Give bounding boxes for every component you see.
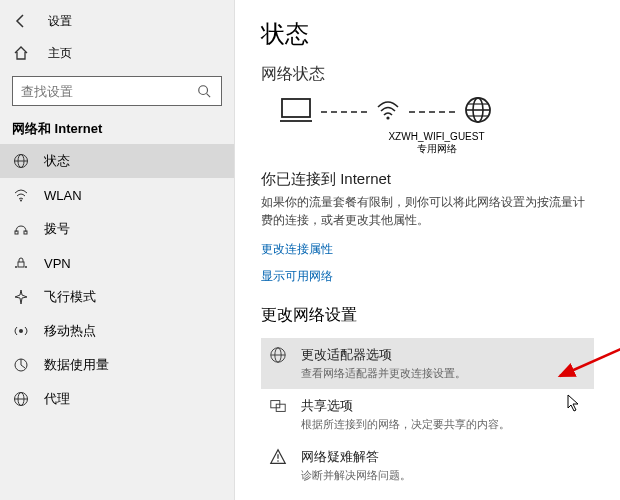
nav-label: 代理 bbox=[44, 390, 70, 408]
wifi-icon bbox=[12, 186, 30, 204]
connected-text: 如果你的流量套餐有限制，则你可以将此网络设置为按流量计费的连接，或者更改其他属性… bbox=[261, 193, 594, 229]
option-sub: 根据所连接到的网络，决定要共享的内容。 bbox=[301, 417, 510, 432]
wifi-diagram-icon bbox=[375, 97, 401, 127]
svg-rect-16 bbox=[282, 99, 310, 117]
svg-point-11 bbox=[19, 329, 23, 333]
sidebar: 设置 主页 网络和 Internet 状态 WLAN 拨号 VPN 飞行模式 移… bbox=[0, 0, 235, 500]
page-title: 状态 bbox=[261, 18, 594, 50]
svg-point-10 bbox=[25, 266, 27, 268]
svg-point-30 bbox=[277, 460, 279, 462]
svg-rect-8 bbox=[18, 262, 24, 267]
nav-label: VPN bbox=[44, 256, 71, 271]
nav-label: 状态 bbox=[44, 152, 70, 170]
network-diagram bbox=[279, 95, 594, 129]
svg-point-9 bbox=[15, 266, 17, 268]
nav-dialup[interactable]: 拨号 bbox=[0, 212, 234, 246]
svg-point-0 bbox=[199, 86, 208, 95]
globe-diagram-icon bbox=[463, 95, 493, 129]
nav-label: 移动热点 bbox=[44, 322, 96, 340]
svg-point-18 bbox=[386, 116, 389, 119]
wifi-type: 专用网络 bbox=[279, 142, 594, 156]
nav-hotspot[interactable]: 移动热点 bbox=[0, 314, 234, 348]
home-icon bbox=[12, 44, 30, 62]
option-sub: 查看网络适配器并更改连接设置。 bbox=[301, 366, 466, 381]
vpn-icon bbox=[12, 254, 30, 272]
globe-icon bbox=[12, 152, 30, 170]
dialup-icon bbox=[12, 220, 30, 238]
data-icon bbox=[12, 356, 30, 374]
nav-airplane[interactable]: 飞行模式 bbox=[0, 280, 234, 314]
nav-vpn[interactable]: VPN bbox=[0, 246, 234, 280]
connected-heading: 你已连接到 Internet bbox=[261, 170, 594, 189]
net-status-heading: 网络状态 bbox=[261, 64, 594, 85]
back-icon bbox=[12, 12, 30, 30]
option-adapter[interactable]: 更改适配器选项 查看网络适配器并更改连接设置。 bbox=[261, 338, 594, 389]
network-label: XZWH_WIFI_GUEST 专用网络 bbox=[279, 131, 594, 156]
nav-proxy[interactable]: 代理 bbox=[0, 382, 234, 416]
nav-label: 数据使用量 bbox=[44, 356, 109, 374]
section-title: 网络和 Internet bbox=[0, 116, 234, 144]
main-panel: 状态 网络状态 XZWH_WIFI_GUEST 专用网络 你已连接到 Inter… bbox=[235, 0, 620, 500]
home-row[interactable]: 主页 bbox=[0, 34, 234, 72]
option-title: 网络疑难解答 bbox=[301, 448, 411, 466]
nav-label: 拨号 bbox=[44, 220, 70, 238]
svg-point-5 bbox=[20, 200, 22, 202]
option-sub: 诊断并解决网络问题。 bbox=[301, 468, 411, 483]
option-title: 共享选项 bbox=[301, 397, 510, 415]
troubleshoot-icon bbox=[269, 448, 287, 466]
wifi-name: XZWH_WIFI_GUEST bbox=[279, 131, 594, 142]
search-box[interactable] bbox=[12, 76, 222, 106]
home-label: 主页 bbox=[48, 45, 72, 62]
nav-label: 飞行模式 bbox=[44, 288, 96, 306]
change-net-heading: 更改网络设置 bbox=[261, 305, 594, 326]
svg-rect-6 bbox=[15, 231, 18, 234]
nav-wlan[interactable]: WLAN bbox=[0, 178, 234, 212]
nav-label: WLAN bbox=[44, 188, 82, 203]
option-sharing[interactable]: 共享选项 根据所连接到的网络，决定要共享的内容。 bbox=[261, 389, 594, 440]
search-icon bbox=[195, 82, 213, 100]
airplane-icon bbox=[12, 288, 30, 306]
svg-rect-7 bbox=[24, 231, 27, 234]
pc-icon bbox=[279, 96, 313, 128]
search-input[interactable] bbox=[21, 84, 195, 99]
proxy-icon bbox=[12, 390, 30, 408]
nav-status[interactable]: 状态 bbox=[0, 144, 234, 178]
svg-line-1 bbox=[207, 94, 211, 98]
connection-line bbox=[409, 111, 455, 113]
link-change-connection[interactable]: 更改连接属性 bbox=[261, 241, 594, 258]
window-title: 设置 bbox=[48, 13, 72, 30]
option-title: 更改适配器选项 bbox=[301, 346, 466, 364]
hotspot-icon bbox=[12, 322, 30, 340]
link-show-available[interactable]: 显示可用网络 bbox=[261, 268, 594, 285]
sharing-icon bbox=[269, 397, 287, 415]
back-row[interactable]: 设置 bbox=[0, 8, 234, 34]
option-troubleshoot[interactable]: 网络疑难解答 诊断并解决网络问题。 bbox=[261, 440, 594, 491]
connection-line bbox=[321, 111, 367, 113]
adapter-icon bbox=[269, 346, 287, 364]
nav-data[interactable]: 数据使用量 bbox=[0, 348, 234, 382]
